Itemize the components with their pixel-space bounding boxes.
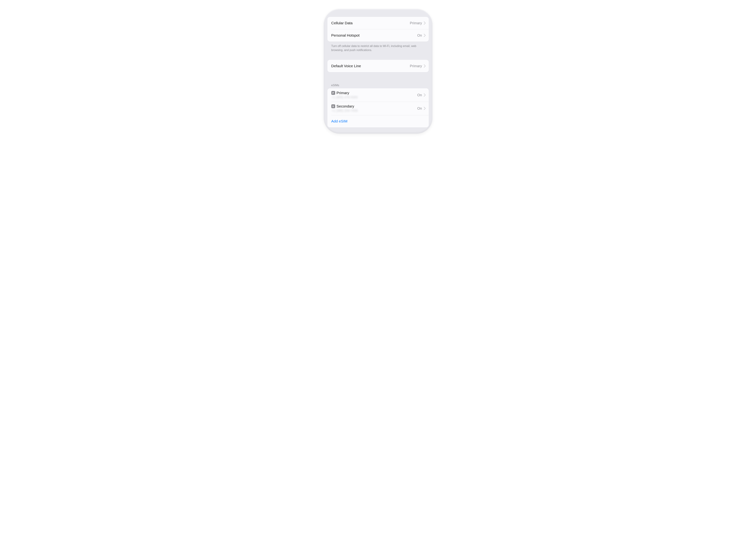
group-cellular: Cellular Data Primary Personal Hotspot O… [327, 17, 429, 42]
chevron-right-icon [424, 94, 425, 97]
sim-badge-icon: S [331, 104, 335, 108]
esim-name: Secondary [337, 104, 354, 108]
row-personal-hotspot[interactable]: Personal Hotspot On [327, 29, 429, 42]
esim-status: On [417, 93, 422, 97]
esim-status: On [417, 106, 422, 110]
personal-hotspot-value: On [417, 33, 422, 38]
cellular-data-value: Primary [410, 21, 422, 25]
esim-phone: +1 (805) 478-9300 [332, 96, 358, 99]
chevron-right-icon [424, 34, 425, 37]
chevron-right-icon [424, 107, 425, 110]
personal-hotspot-label: Personal Hotspot [331, 33, 360, 38]
sim-badge-icon: P [331, 91, 335, 95]
default-voice-line-value: Primary [410, 64, 422, 68]
chevron-right-icon [424, 64, 425, 68]
esim-phone: +1 (385) 204-7558 [332, 109, 358, 113]
cellular-data-label: Cellular Data [331, 21, 353, 25]
row-add-esim[interactable]: Add eSIM [327, 115, 429, 127]
default-voice-line-label: Default Voice Line [331, 64, 361, 68]
row-cellular-data[interactable]: Cellular Data Primary [327, 17, 429, 29]
settings-panel: Cellular Data Primary Personal Hotspot O… [324, 9, 433, 134]
add-esim-link[interactable]: Add eSIM [331, 119, 347, 123]
esim-name: Primary [337, 91, 349, 95]
chevron-right-icon [424, 21, 425, 25]
group-esims: P Primary +1 (805) 478-9300 On S Seconda… [327, 88, 429, 127]
row-default-voice-line[interactable]: Default Voice Line Primary [327, 60, 429, 72]
group-voice: Default Voice Line Primary [327, 60, 429, 72]
row-esim-primary[interactable]: P Primary +1 (805) 478-9300 On [327, 88, 429, 102]
row-esim-secondary[interactable]: S Secondary +1 (385) 204-7558 On [327, 102, 429, 115]
esims-section-header: eSIMs [327, 84, 429, 88]
cellular-footer-text: Turn off cellular data to restrict all d… [327, 44, 429, 52]
